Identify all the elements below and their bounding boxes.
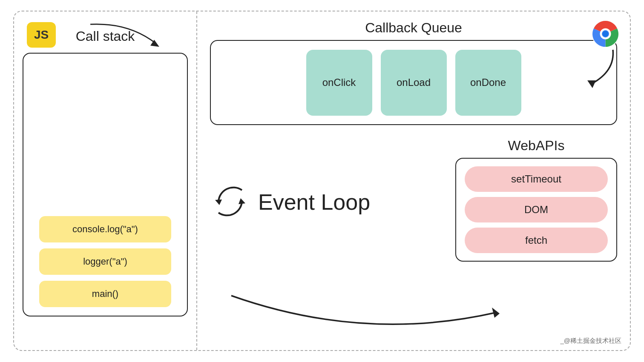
webapis-box: setTimeout DOM fetch	[455, 158, 617, 262]
arrow-into-queue-icon	[562, 46, 617, 92]
queue-item-2: onDone	[455, 50, 521, 116]
queue-item-1: onLoad	[381, 50, 447, 116]
main-diagram: JS Call stack console.log("a") logger("a…	[13, 11, 631, 351]
event-loop-label: Event Loop	[258, 189, 370, 215]
svg-marker-7	[587, 80, 596, 88]
svg-point-6	[603, 31, 609, 37]
arrow-top-icon	[86, 20, 172, 52]
api-item-1: DOM	[465, 197, 608, 222]
webapis-label: WebAPIs	[455, 138, 617, 154]
stack-item-0: console.log("a")	[39, 216, 171, 242]
call-stack-box: console.log("a") logger("a") main()	[23, 53, 188, 316]
arrow-bottom-curve-icon	[206, 287, 517, 338]
js-badge: JS	[27, 22, 56, 48]
event-loop-section: Event Loop	[210, 138, 455, 262]
stack-item-1: logger("a")	[39, 248, 171, 275]
callback-queue-label: Callback Queue	[210, 20, 617, 36]
right-panel: Callback Queue onClick onLoad onDone	[197, 11, 630, 350]
callback-queue-box: onClick onLoad onDone	[210, 40, 617, 125]
api-item-0: setTimeout	[465, 166, 608, 192]
watermark: _@稀土掘金技术社区	[560, 337, 621, 345]
event-loop-icon	[210, 182, 250, 222]
chrome-logo-icon	[592, 20, 619, 48]
svg-marker-9	[239, 198, 245, 204]
svg-marker-8	[215, 200, 222, 205]
api-item-2: fetch	[465, 228, 608, 253]
webapis-section: WebAPIs setTimeout DOM fetch	[455, 138, 617, 262]
stack-item-2: main()	[39, 281, 171, 307]
queue-item-0: onClick	[306, 50, 372, 116]
call-stack-panel: JS Call stack console.log("a") logger("a…	[14, 11, 197, 350]
